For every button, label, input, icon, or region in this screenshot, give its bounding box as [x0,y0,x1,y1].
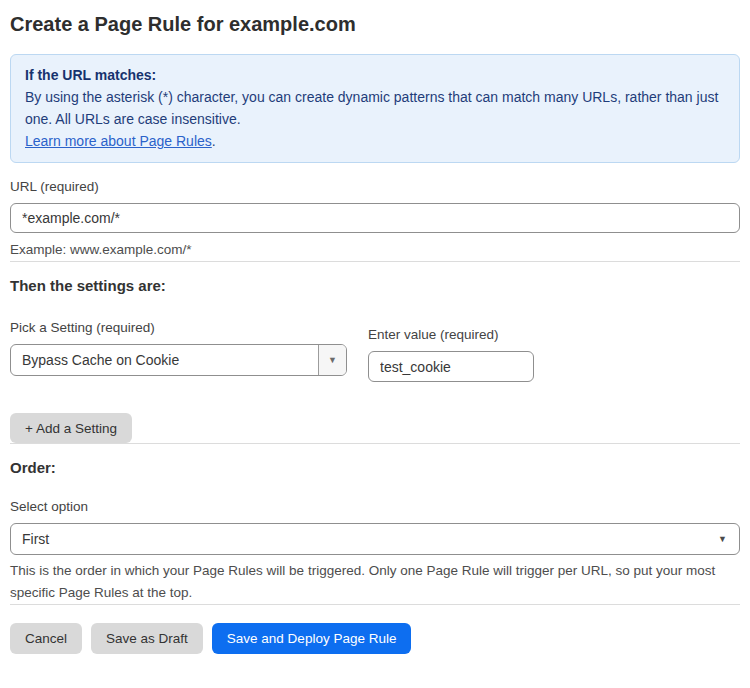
pick-setting-label: Pick a Setting (required) [10,319,347,336]
settings-section: Then the settings are: Pick a Setting (r… [10,277,740,443]
order-select-value: First [11,531,739,547]
footer-actions: Cancel Save as Draft Save and Deploy Pag… [10,623,740,654]
divider [10,604,740,605]
learn-more-link[interactable]: Learn more about Page Rules [25,133,212,149]
order-helper-text: This is the order in which your Page Rul… [10,560,740,604]
setting-select[interactable]: Bypass Cache on Cookie ▼ [10,344,347,376]
order-section: Order: Select option First ▼ This is the… [10,459,740,604]
order-heading: Order: [10,459,740,477]
chevron-down-icon: ▼ [328,356,337,365]
setting-value-input[interactable] [368,351,534,382]
url-matches-info-box: If the URL matches: By using the asteris… [10,54,740,163]
url-helper-text: Example: www.example.com/* [10,239,740,261]
enter-value-column: Enter value (required) [368,319,534,382]
url-label: URL (required) [10,178,740,195]
divider [10,443,740,444]
setting-select-value: Bypass Cache on Cookie [11,352,318,368]
settings-row: Pick a Setting (required) Bypass Cache o… [10,319,740,382]
pick-setting-column: Pick a Setting (required) Bypass Cache o… [10,319,347,382]
link-period: . [212,133,216,149]
info-box-heading: If the URL matches: [25,64,725,86]
url-section: URL (required) Example: www.example.com/… [10,178,740,261]
select-option-label: Select option [10,498,740,515]
create-page-rule-form: Create a Page Rule for example.com If th… [0,0,750,688]
add-setting-button[interactable]: + Add a Setting [10,413,132,443]
info-box-link-line: Learn more about Page Rules. [25,130,725,152]
info-box-body: By using the asterisk (*) character, you… [25,86,725,130]
settings-heading: Then the settings are: [10,277,740,295]
chevron-down-icon: ▼ [718,535,727,544]
save-deploy-button[interactable]: Save and Deploy Page Rule [212,623,412,654]
setting-select-arrow-button[interactable]: ▼ [318,345,346,375]
divider [10,261,740,262]
order-select[interactable]: First ▼ [10,523,740,555]
cancel-button[interactable]: Cancel [10,623,82,654]
page-title: Create a Page Rule for example.com [10,12,740,36]
save-draft-button[interactable]: Save as Draft [91,623,203,654]
enter-value-label: Enter value (required) [368,326,534,343]
url-input[interactable] [10,203,740,233]
